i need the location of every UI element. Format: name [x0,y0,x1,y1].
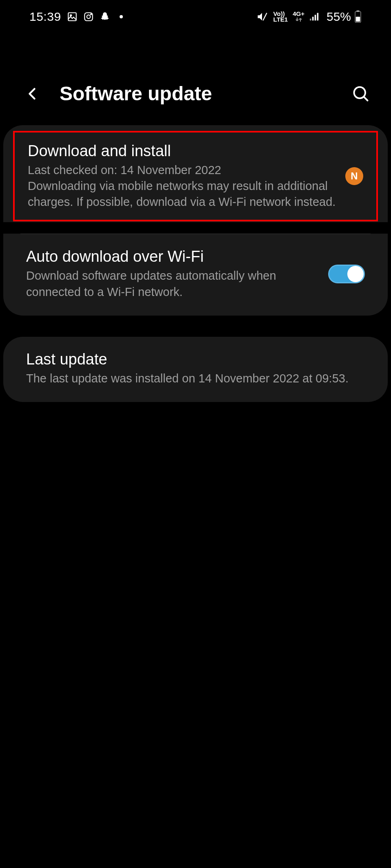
back-button[interactable] [24,86,41,102]
auto-download-toggle[interactable] [328,265,365,283]
download-install-desc: Last checked on: 14 November 2022 Downlo… [28,162,337,210]
download-install-row[interactable]: Download and install Last checked on: 14… [15,133,376,220]
card-group-1-top: Download and install Last checked on: 14… [3,125,388,222]
network-gen-indicator: 4G+ [293,11,304,22]
svg-rect-10 [315,15,316,20]
battery-percentage: 55% [327,10,351,24]
svg-rect-11 [317,13,319,21]
download-install-row-highlight: Download and install Last checked on: 14… [13,131,378,221]
svg-point-1 [70,15,71,16]
card-group-2: Last update The last update was installe… [3,337,388,402]
battery-icon [354,11,362,23]
download-install-title: Download and install [28,142,337,160]
volte-indicator: Vo)) LTE1 [273,11,288,22]
status-time: 15:39 [29,10,61,24]
auto-download-content: Auto download over Wi-Fi Download softwa… [26,248,320,300]
card-group-1-bottom: Auto download over Wi-Fi Download softwa… [3,234,388,315]
toggle-knob [347,266,364,282]
svg-rect-14 [356,17,360,22]
auto-download-title: Auto download over Wi-Fi [26,248,320,265]
instagram-icon [83,11,94,22]
svg-line-16 [364,97,367,100]
last-update-title: Last update [26,351,365,368]
more-dot-icon [119,15,123,19]
auto-download-row[interactable]: Auto download over Wi-Fi Download softwa… [3,234,388,315]
signal-icon [309,12,321,22]
svg-point-4 [90,14,91,15]
svg-rect-8 [310,19,311,21]
svg-point-5 [120,15,123,18]
svg-rect-9 [312,17,314,20]
download-install-content: Download and install Last checked on: 14… [28,142,337,210]
svg-point-3 [87,15,90,19]
mute-icon [256,11,268,22]
notification-badge: N [345,167,363,185]
svg-line-6 [263,13,267,21]
nav-header: Software update [0,33,391,125]
gallery-icon [67,11,78,22]
search-button[interactable] [351,84,371,104]
auto-download-desc: Download software updates automatically … [26,268,320,300]
last-update-content: Last update The last update was installe… [26,351,365,387]
status-bar: 15:39 Vo)) LTE1 4G+ 55% [0,0,391,33]
svg-rect-0 [68,13,76,21]
last-update-row[interactable]: Last update The last update was installe… [3,337,388,402]
last-update-desc: The last update was installed on 14 Nove… [26,371,365,387]
snapchat-icon [100,11,110,22]
status-bar-right: Vo)) LTE1 4G+ 55% [256,10,362,24]
page-title: Software update [60,82,351,105]
status-bar-left: 15:39 [29,10,123,24]
